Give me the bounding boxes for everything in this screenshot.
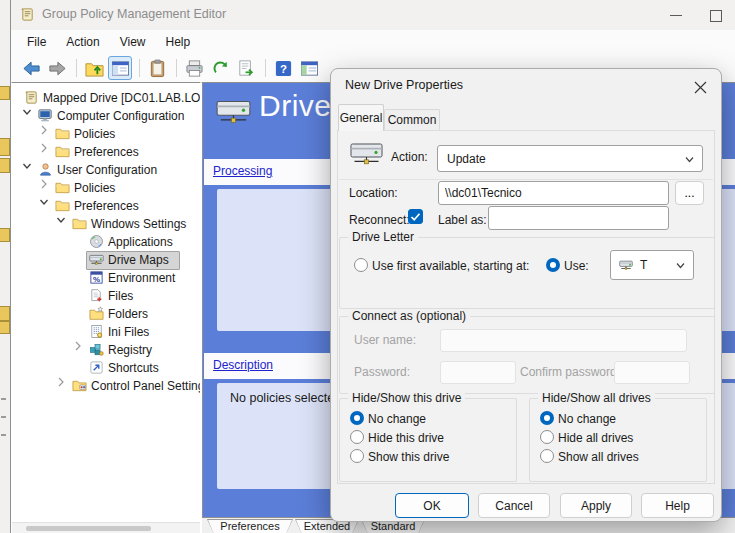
- connect-as-group-label: Connect as (optional): [348, 309, 470, 323]
- tree-horizontal-scrollbar[interactable]: [12, 522, 200, 533]
- tree-item-label: Preferences: [74, 145, 139, 159]
- tree-item-control-panel-setting[interactable]: Control Panel Setting: [12, 377, 200, 395]
- hide-show-this-drive-group: Hide/Show this drive No changeHide this …: [339, 398, 517, 482]
- console-tree-toggle-button[interactable]: [108, 56, 132, 80]
- cancel-button[interactable]: Cancel: [478, 493, 550, 518]
- radio-use-first-available[interactable]: [354, 258, 368, 272]
- tree-item-computer-configuration[interactable]: Computer Configuration: [12, 107, 200, 125]
- chevron-down-icon[interactable]: [56, 214, 66, 224]
- hide-all-radio-show-all-drives[interactable]: [540, 449, 554, 463]
- maximize-button[interactable]: [699, 0, 733, 30]
- background-folder-fragment: [0, 138, 10, 156]
- action-select[interactable]: Update: [437, 145, 703, 172]
- chevron-down-icon[interactable]: [39, 196, 49, 206]
- tree-item-label: Computer Configuration: [57, 109, 184, 123]
- tree-item-preferences[interactable]: Preferences: [12, 143, 200, 161]
- connect-as-group: Connect as (optional) User name: Passwor…: [339, 316, 715, 394]
- hide-all-radio-no-change[interactable]: [540, 411, 554, 425]
- tree-item-policies[interactable]: Policies: [12, 125, 200, 143]
- tree-item-label: Control Panel Setting: [91, 379, 200, 393]
- menu-view[interactable]: View: [110, 32, 156, 52]
- tree-item-windows-settings[interactable]: Windows Settings: [12, 215, 200, 233]
- chevron-right-icon[interactable]: [56, 376, 66, 386]
- tree-item-ini-files[interactable]: Ini Files: [12, 323, 200, 341]
- dialog-buttons: OKCancelApplyHelp: [331, 493, 721, 519]
- new-window-icon: [300, 59, 319, 78]
- chevron-down-icon[interactable]: [22, 106, 32, 116]
- hide-all-radio-hide-all-drives[interactable]: [540, 430, 554, 444]
- ok-button[interactable]: OK: [395, 493, 469, 518]
- back-arrow-button[interactable]: [19, 56, 43, 80]
- description-link[interactable]: Description: [213, 358, 273, 372]
- radio-use[interactable]: [546, 258, 560, 272]
- drive-icon: [89, 252, 104, 267]
- minimize-button[interactable]: [659, 0, 693, 30]
- folder-gear-icon: [72, 378, 87, 393]
- tree-item-shortcuts[interactable]: Shortcuts: [12, 359, 200, 377]
- forward-arrow-icon: [48, 59, 67, 78]
- help-button[interactable]: ?: [271, 56, 295, 80]
- console-tree-toggle-icon: [111, 59, 130, 78]
- reconnect-checkbox[interactable]: [408, 209, 423, 224]
- chevron-down-icon[interactable]: [22, 160, 32, 170]
- svg-text:%: %: [93, 275, 100, 284]
- label-as-input[interactable]: [488, 206, 669, 230]
- view-tab-preferences[interactable]: Preferences: [207, 519, 293, 533]
- print-icon: [185, 59, 204, 78]
- forward-arrow-button[interactable]: [45, 56, 69, 80]
- menu-help[interactable]: Help: [156, 32, 201, 52]
- tree-item-environment[interactable]: %Environment: [12, 269, 200, 287]
- processing-link[interactable]: Processing: [213, 164, 272, 178]
- toolbar-separator: [139, 59, 140, 77]
- chevron-right-icon[interactable]: [39, 142, 49, 152]
- divider: [339, 179, 713, 180]
- tab-general[interactable]: General: [338, 104, 384, 131]
- chevron-right-icon[interactable]: [39, 178, 49, 188]
- hide-this-label-0: No change: [368, 412, 426, 426]
- hide-this-radio-no-change[interactable]: [350, 411, 364, 425]
- hide-this-radio-hide-this-drive[interactable]: [350, 430, 364, 444]
- paste-clipboard-button[interactable]: [145, 56, 169, 80]
- help-button[interactable]: Help: [641, 493, 714, 518]
- no-policies-text: No policies selected: [230, 391, 341, 405]
- drive-letter-select[interactable]: T: [610, 250, 694, 280]
- menu-file[interactable]: File: [17, 32, 56, 52]
- tree-item-registry[interactable]: Registry: [12, 341, 200, 359]
- view-tab-label: Preferences: [207, 520, 293, 532]
- tree-item-policies[interactable]: Policies: [12, 179, 200, 197]
- background-folder-fragment: [0, 228, 10, 242]
- tab-common[interactable]: Common: [384, 109, 440, 131]
- use-label: Use:: [564, 259, 589, 273]
- tree-item-files[interactable]: Files: [12, 287, 200, 305]
- chevron-right-icon[interactable]: [39, 124, 49, 134]
- toolbar-separator: [176, 59, 177, 77]
- hide-all-label-0: No change: [558, 412, 616, 426]
- tree-item-user-configuration[interactable]: User Configuration: [12, 161, 200, 179]
- background-window-strip: [0, 0, 10, 533]
- apply-button[interactable]: Apply: [560, 493, 632, 518]
- tree-item-drive-maps[interactable]: Drive Maps: [12, 251, 200, 269]
- menu-bar: FileActionViewHelp: [11, 30, 735, 54]
- scrollbar-thumb[interactable]: [26, 526, 151, 531]
- hide-this-radio-show-this-drive[interactable]: [350, 449, 364, 463]
- tree-item-mapped-drive-dc01-lab-loca[interactable]: Mapped Drive [DC01.LAB.LOCA: [12, 89, 200, 107]
- folder-icon: [72, 216, 87, 231]
- password-label: Password:: [354, 365, 410, 379]
- confirm-password-input: [614, 361, 690, 384]
- password-input: [440, 361, 516, 384]
- close-icon[interactable]: [687, 75, 713, 99]
- refresh-button[interactable]: [208, 56, 232, 80]
- browse-button[interactable]: ...: [675, 181, 704, 205]
- export-list-button[interactable]: [234, 56, 258, 80]
- chevron-right-icon[interactable]: [73, 340, 83, 350]
- location-input[interactable]: [438, 181, 669, 205]
- tree-item-folders[interactable]: Folders: [12, 305, 200, 323]
- tree-item-preferences[interactable]: Preferences: [12, 197, 200, 215]
- tree-item-applications[interactable]: Applications: [12, 233, 200, 251]
- background-text-fragment: [1, 398, 6, 400]
- new-drive-properties-dialog: New Drive Properties General Common Acti…: [330, 68, 722, 522]
- menu-action[interactable]: Action: [56, 32, 109, 52]
- new-window-button[interactable]: [297, 56, 321, 80]
- print-button[interactable]: [182, 56, 206, 80]
- up-one-level-button[interactable]: [82, 56, 106, 80]
